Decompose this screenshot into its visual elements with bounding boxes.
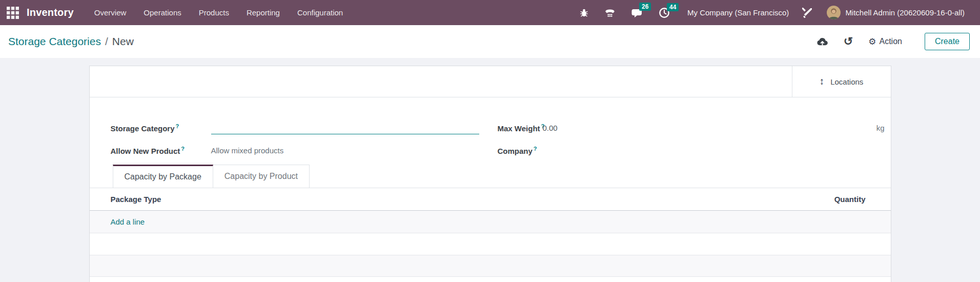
control-panel-buttons: ↺ ⚙ Action Create bbox=[816, 33, 970, 50]
activities-count-badge: 44 bbox=[667, 3, 679, 11]
storage-category-label: Storage Category? bbox=[111, 123, 211, 133]
company-input[interactable] bbox=[543, 144, 885, 157]
tab-capacity-by-product[interactable]: Capacity by Product bbox=[213, 165, 310, 188]
voip-phone-icon[interactable] bbox=[604, 7, 616, 18]
storage-category-row: Storage Category? bbox=[111, 116, 494, 139]
locations-smart-button[interactable]: ↕ Locations bbox=[792, 66, 891, 97]
menu-products[interactable]: Products bbox=[199, 8, 229, 17]
max-weight-unit: kg bbox=[876, 124, 885, 132]
allow-new-product-select[interactable]: Allow mixed products bbox=[211, 146, 284, 155]
breadcrumb-separator: / bbox=[105, 35, 108, 48]
menu-configuration[interactable]: Configuration bbox=[297, 8, 343, 17]
max-weight-label: Max Weight? bbox=[498, 123, 543, 133]
navbar-systray: 26 44 My Company (San Francisco) Mitchel… bbox=[564, 6, 965, 19]
page-background: ↕ Locations Storage Category? Allow New … bbox=[0, 58, 980, 282]
messages-count-badge: 26 bbox=[639, 3, 651, 11]
company-switcher[interactable]: My Company (San Francisco) bbox=[687, 8, 789, 17]
menu-reporting[interactable]: Reporting bbox=[247, 8, 280, 17]
help-icon[interactable]: ? bbox=[176, 123, 179, 129]
main-menu: Overview Operations Products Reporting C… bbox=[94, 8, 343, 17]
create-button[interactable]: Create bbox=[925, 33, 970, 50]
form-fields: Storage Category? Allow New Product? All… bbox=[90, 97, 891, 162]
user-menu[interactable]: Mitchell Admin (20620609-16-0-all) bbox=[845, 8, 965, 17]
breadcrumb-parent-link[interactable]: Storage Categories bbox=[8, 35, 101, 48]
app-title[interactable]: Inventory bbox=[27, 7, 74, 18]
help-icon[interactable]: ? bbox=[534, 146, 537, 152]
control-panel: Storage Categories / New ↺ ⚙ Action Crea… bbox=[0, 25, 980, 58]
gear-icon: ⚙ bbox=[868, 36, 876, 47]
user-avatar[interactable] bbox=[827, 6, 841, 19]
form-sheet: ↕ Locations Storage Category? Allow New … bbox=[89, 66, 891, 282]
arrows-vertical-icon: ↕ bbox=[820, 76, 825, 87]
allow-new-product-row: Allow New Product? Allow mixed products bbox=[111, 139, 494, 162]
action-menu-label: Action bbox=[880, 37, 902, 46]
top-navbar: Inventory Overview Operations Products R… bbox=[0, 0, 980, 25]
add-a-line-link[interactable]: Add a line bbox=[111, 217, 145, 226]
allow-new-product-label: Allow New Product? bbox=[111, 146, 211, 155]
messages-chat-icon[interactable]: 26 bbox=[631, 7, 643, 19]
company-label: Company? bbox=[498, 146, 543, 155]
activities-clock-icon[interactable]: 44 bbox=[659, 7, 670, 18]
debug-bug-icon[interactable] bbox=[579, 8, 589, 17]
empty-list-row bbox=[90, 255, 891, 277]
action-menu-button[interactable]: ⚙ Action bbox=[868, 36, 902, 47]
add-line-row: Add a line bbox=[90, 211, 891, 233]
menu-overview[interactable]: Overview bbox=[94, 8, 127, 17]
breadcrumb-current: New bbox=[112, 35, 134, 48]
column-package-type[interactable]: Package Type bbox=[90, 195, 737, 204]
empty-list-row bbox=[90, 233, 891, 255]
apps-menu-icon[interactable] bbox=[6, 6, 19, 19]
company-row: Company? bbox=[498, 139, 885, 162]
menu-operations[interactable]: Operations bbox=[144, 8, 181, 17]
discard-undo-icon[interactable]: ↺ bbox=[844, 36, 853, 47]
save-cloud-icon[interactable] bbox=[816, 36, 828, 48]
help-icon[interactable]: ? bbox=[181, 146, 185, 152]
list-header: Package Type Quantity bbox=[90, 188, 891, 211]
tab-capacity-by-package[interactable]: Capacity by Package bbox=[113, 165, 213, 188]
max-weight-input[interactable]: 0.00 bbox=[543, 124, 558, 132]
locations-button-label: Locations bbox=[830, 77, 863, 86]
column-quantity[interactable]: Quantity bbox=[737, 195, 891, 204]
max-weight-row: Max Weight? 0.00 kg bbox=[498, 116, 885, 139]
storage-category-input[interactable] bbox=[211, 121, 479, 134]
smart-button-box: ↕ Locations bbox=[90, 66, 891, 97]
notebook-tabs: Capacity by Package Capacity by Product bbox=[90, 165, 891, 188]
tools-wrench-icon[interactable] bbox=[801, 7, 813, 19]
breadcrumb: Storage Categories / New bbox=[8, 35, 134, 48]
